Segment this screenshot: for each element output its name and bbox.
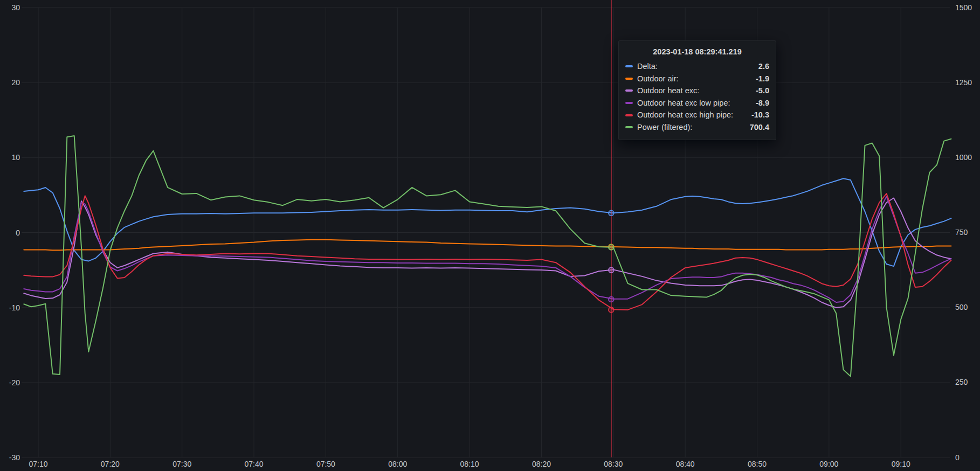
y-left-tick-label: -20	[9, 378, 20, 387]
series-color-swatch-icon	[625, 78, 633, 80]
y-right-tick-label: 750	[955, 228, 968, 237]
tooltip-series-label: Power (filtered):	[637, 121, 750, 134]
y-right-tick-label: 250	[955, 378, 968, 386]
tooltip-series-row: Outdoor air:-1.9	[625, 73, 769, 85]
x-tick-label: 08:40	[676, 460, 695, 468]
tooltip-series-label: Delta:	[637, 60, 758, 73]
tooltip-series-value: 700.4	[750, 121, 769, 134]
series-line-outdoor-air	[24, 240, 951, 251]
axis-labels: 3020100-10-20-30150012501000750500250007…	[9, 3, 972, 468]
series-color-swatch-icon	[625, 114, 633, 116]
y-right-tick-label: 1000	[955, 153, 972, 162]
series-line-delta	[24, 178, 951, 266]
hover-point-marker	[609, 245, 614, 250]
tooltip-series-row: Delta:2.6	[625, 60, 769, 73]
gridlines	[22, 8, 950, 458]
x-tick-label: 07:10	[29, 460, 47, 468]
y-right-tick-label: 500	[955, 303, 968, 311]
tooltip-series-label: Outdoor heat exc high pipe:	[637, 109, 751, 121]
tooltip-series-row: Power (filtered):700.4	[625, 121, 769, 134]
x-tick-label: 08:00	[388, 460, 407, 468]
y-left-tick-label: 30	[11, 3, 20, 12]
x-tick-label: 08:30	[604, 460, 623, 468]
tooltip-series-label: Outdoor heat exc low pipe:	[637, 97, 756, 109]
y-left-tick-label: -30	[9, 453, 20, 462]
y-left-tick-label: 0	[16, 228, 20, 237]
tooltip-series-value: -8.9	[756, 97, 769, 109]
x-tick-label: 08:50	[748, 460, 767, 468]
grafana-time-series-panel[interactable]: 3020100-10-20-30150012501000750500250007…	[0, 0, 980, 471]
hover-point-marker	[609, 307, 614, 313]
x-tick-label: 09:00	[819, 460, 838, 468]
series-color-swatch-icon	[625, 102, 633, 104]
tooltip-timestamp: 2023-01-18 08:29:41.219	[625, 46, 769, 57]
x-tick-label: 07:40	[245, 460, 264, 468]
y-right-tick-label: 1500	[955, 3, 972, 12]
chart-canvas[interactable]: 3020100-10-20-30150012501000750500250007…	[0, 0, 980, 471]
y-right-tick-label: 0	[955, 453, 960, 462]
series-color-swatch-icon	[625, 126, 633, 128]
x-tick-label: 08:10	[460, 460, 479, 468]
y-left-tick-label: 10	[11, 153, 20, 162]
x-tick-label: 09:10	[892, 460, 910, 468]
x-tick-label: 07:20	[101, 460, 120, 468]
hover-point-marker	[609, 267, 614, 273]
y-left-tick-label: 20	[11, 78, 20, 87]
y-right-tick-label: 1250	[955, 78, 972, 87]
y-left-tick-label: -10	[9, 303, 20, 312]
x-tick-label: 07:50	[316, 460, 335, 468]
x-tick-label: 07:30	[172, 460, 191, 468]
tooltip-series-row: Outdoor heat exc:-5.0	[625, 85, 769, 97]
series-color-swatch-icon	[625, 89, 633, 92]
tooltip-series-row: Outdoor heat exc high pipe:-10.3	[625, 109, 769, 121]
x-tick-label: 08:20	[532, 460, 551, 468]
tooltip-series-row: Outdoor heat exc low pipe:-8.9	[625, 97, 769, 109]
tooltip-rows: Delta:2.6Outdoor air:-1.9Outdoor heat ex…	[625, 60, 769, 134]
tooltip-series-value: -10.3	[751, 109, 769, 121]
hover-point-marker	[609, 210, 614, 216]
hover-point-marker	[609, 296, 614, 302]
tooltip-series-label: Outdoor heat exc:	[637, 85, 756, 97]
chart-tooltip: 2023-01-18 08:29:41.219 Delta:2.6Outdoor…	[618, 40, 776, 140]
series-line-power-filtered-	[24, 136, 951, 376]
series-line-outdoor-heat-exc	[24, 198, 951, 308]
tooltip-series-label: Outdoor air:	[637, 73, 756, 85]
tooltip-series-value: -1.9	[756, 73, 769, 85]
tooltip-series-value: 2.6	[758, 60, 769, 73]
series-color-swatch-icon	[625, 65, 633, 67]
tooltip-series-value: -5.0	[756, 85, 769, 97]
